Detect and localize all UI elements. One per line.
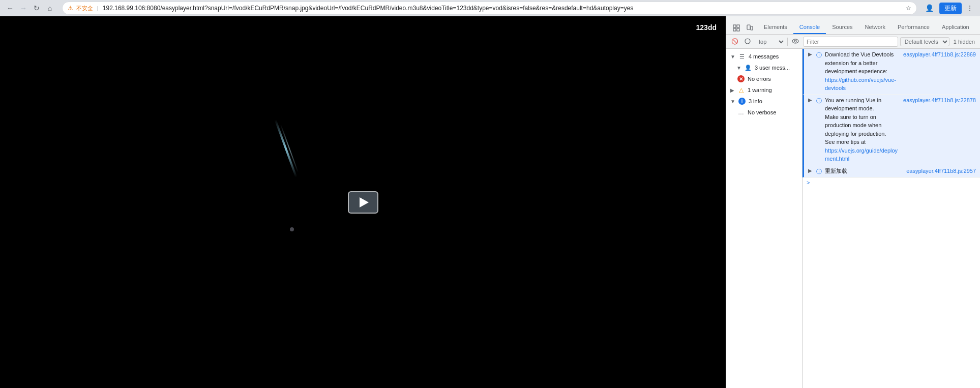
expand-msg2-icon[interactable]: ▶ [808,96,812,104]
nav-buttons: ← → ↻ ⌂ [4,2,56,14]
filter-item-verbose[interactable]: ▶ … No verbose [726,107,802,118]
console-filters: ▼ ☰ 4 messages ▼ 👤 3 user mess... ▶ ✕ No… [726,49,803,388]
title-bar: ← → ↻ ⌂ ⚠ 不安全 | 192.168.99.106:8080/easy… [0,0,980,16]
tab-elements[interactable]: Elements [758,21,793,34]
light-streak [275,120,298,177]
devtools-panel: Elements Console Sources Network Perform… [726,16,980,388]
tab-memory[interactable]: Memory [975,21,980,34]
msg1-source[interactable]: easyplayer.4ff711b8.js:22869 [903,50,976,59]
devtools-tabs: Elements Console Sources Network Perform… [726,16,980,35]
filter-item-errors[interactable]: ▶ ✕ No errors [726,73,802,84]
devtools-icons-left [728,22,758,34]
clear-console-button[interactable]: 🚫 [729,37,740,46]
tab-console[interactable]: Console [793,21,826,34]
filter-warnings-label: 1 warning [748,87,772,93]
console-msg3-text: 重新加载 [825,167,903,175]
update-button[interactable]: 更新 [939,3,962,14]
star-icon[interactable]: ☆ [906,5,911,12]
expand-messages-icon: ▼ [730,54,735,59]
levels-selector[interactable]: Default levels [900,37,949,46]
url-text: 192.168.99.106:8080/easyplayer.html?snap… [103,5,903,12]
console-body: ▼ ☰ 4 messages ▼ 👤 3 user mess... ▶ ✕ No… [726,49,980,388]
expand-warnings-icon: ▶ [730,87,734,93]
expand-msg1-icon[interactable]: ▶ [808,50,812,58]
light-streak2 [280,125,299,173]
svg-rect-1 [737,25,739,27]
expand-user-icon: ▼ [736,65,741,71]
filter-item-info[interactable]: ▼ i 3 info [726,96,802,107]
console-msg-3: ▶ ⓘ 重新加载 easyplayer.4ff711b8.js:2957 [803,165,980,178]
play-triangle-icon [360,197,369,207]
filter-messages-label: 4 messages [749,53,779,59]
back-button[interactable]: ← [4,2,16,14]
home-button[interactable]: ⌂ [44,2,56,14]
filter-input[interactable] [803,37,898,47]
hidden-count: 1 hidden [952,39,977,45]
tab-network[interactable]: Network [859,21,892,34]
address-icons: ☆ [906,5,911,12]
svg-rect-4 [747,25,750,29]
console-msg-2: ▶ ⓘ You are running Vue in development m… [803,95,980,165]
light-orb [290,227,294,231]
user-messages-icon: 👤 [745,64,752,71]
address-bar[interactable]: ⚠ 不安全 | 192.168.99.106:8080/easyplayer.h… [62,2,917,15]
console-messages: ▶ ⓘ Download the Vue Devtools extension … [803,49,980,388]
filter-info-label: 3 info [749,98,762,104]
svg-rect-3 [737,28,739,31]
filter-item-user-messages[interactable]: ▼ 👤 3 user mess... [726,62,802,73]
security-label: 不安全 [76,5,93,12]
settings-button[interactable]: ⋮ [964,2,976,14]
error-icon: ✕ [737,75,745,82]
svg-point-6 [745,39,750,44]
tab-sources[interactable]: Sources [826,21,858,34]
svg-rect-2 [733,28,736,31]
filter-errors-label: No errors [748,76,771,82]
svg-point-7 [792,39,798,43]
svg-rect-5 [751,26,753,30]
video-area: 123dd [0,16,726,388]
vue-devtools-link[interactable]: https://github.com/vuejs/vue-devtools [825,77,896,92]
info-icon: i [738,98,746,105]
info-msg2-icon: ⓘ [816,97,822,105]
devtools-device-button[interactable] [744,22,756,34]
play-button[interactable] [348,191,378,214]
messages-icon: ☰ [738,53,746,60]
main-area: 123dd E [0,16,980,388]
video-title: 123dd [692,21,721,34]
svg-point-8 [794,40,796,42]
devtools-toolbar: 🚫 top Default levels 1 hidden [726,35,980,49]
devtools-inspect-button[interactable] [730,22,743,34]
filter-verbose-label: No verbose [748,109,776,115]
console-msg2-text: You are running Vue in development mode.… [825,96,900,163]
console-msg-1: ▶ ⓘ Download the Vue Devtools extension … [803,49,980,95]
forward-button[interactable]: → [17,2,29,14]
browser-actions: 👤 更新 ⋮ [923,2,976,14]
console-prompt-icon: > [807,180,810,186]
msg3-source[interactable]: easyplayer.4ff711b8.js:2957 [906,167,976,175]
info-msg3-icon: ⓘ [816,167,822,176]
eye-button[interactable] [790,38,801,46]
account-button[interactable]: 👤 [923,2,935,14]
expand-info-icon: ▼ [730,99,735,104]
tab-performance[interactable]: Performance [892,21,936,34]
filter-user-label: 3 user mess... [755,65,790,71]
preserve-log-button[interactable] [743,37,753,46]
separator: | [97,5,99,11]
security-icon: ⚠ [68,5,73,12]
tab-application[interactable]: Application [936,21,975,34]
warning-icon: △ [737,86,745,94]
filter-item-warnings[interactable]: ▶ △ 1 warning [726,84,802,96]
console-input[interactable] [812,180,976,186]
svg-rect-0 [733,25,736,27]
console-msg1-text: Download the Vue Devtools extension for … [825,50,900,93]
toolbar-separator [787,38,788,46]
context-selector[interactable]: top [755,37,785,46]
info-msg1-icon: ⓘ [816,51,822,59]
msg2-source[interactable]: easyplayer.4ff711b8.js:22878 [903,96,976,105]
browser-window: ← → ↻ ⌂ ⚠ 不安全 | 192.168.99.106:8080/easy… [0,0,980,388]
reload-button[interactable]: ↻ [31,2,43,14]
vue-deployment-link[interactable]: https://vuejs.org/guide/deployment.html [825,147,898,162]
verbose-icon: … [737,109,745,116]
filter-item-messages[interactable]: ▼ ☰ 4 messages [726,51,802,62]
expand-msg3-icon[interactable]: ▶ [808,167,812,174]
